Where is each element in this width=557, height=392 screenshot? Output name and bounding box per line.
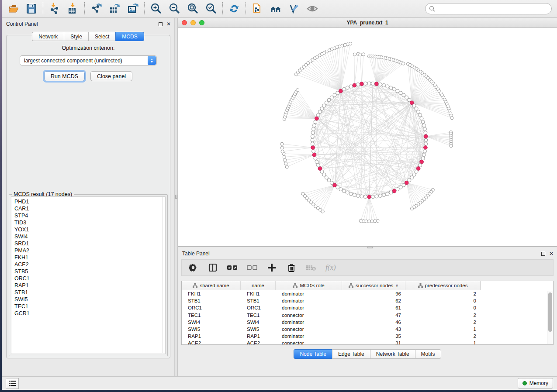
network-node[interactable]: [396, 188, 399, 191]
zoom-in-icon[interactable]: [150, 3, 162, 15]
criterion-dropdown[interactable]: largest connected component (undirected)…: [20, 55, 157, 65]
mcds-result-item[interactable]: SWI4: [14, 233, 165, 240]
network-canvas[interactable]: [178, 28, 557, 246]
network-node[interactable]: [371, 82, 375, 85]
tab-edge-table[interactable]: Edge Table: [332, 349, 370, 359]
table-row[interactable]: SWI5SWI5connector431: [182, 326, 553, 333]
table-scrollbar[interactable]: [547, 291, 553, 344]
mcds-result-item[interactable]: TEC1: [14, 303, 165, 310]
network-node[interactable]: [424, 131, 427, 134]
network-node[interactable]: [402, 93, 405, 97]
network-window-titlebar[interactable]: YPA_prune.txt_1: [178, 18, 557, 28]
network-node[interactable]: [382, 193, 386, 197]
open-session-icon[interactable]: [7, 3, 19, 15]
mcds-hub-node[interactable]: [424, 134, 428, 138]
network-node[interactable]: [356, 194, 360, 198]
network-node[interactable]: [333, 93, 336, 97]
vertical-splitter[interactable]: [174, 18, 178, 376]
network-node[interactable]: [419, 164, 422, 167]
network-node[interactable]: [311, 142, 314, 146]
network-node[interactable]: [421, 120, 425, 124]
mcds-result-item[interactable]: RAP1: [14, 282, 165, 289]
tab-network[interactable]: Network: [32, 32, 64, 41]
network-node[interactable]: [375, 195, 378, 198]
mcds-result-item[interactable]: PMA2: [14, 247, 165, 254]
mcds-result-item[interactable]: CAR1: [14, 205, 165, 212]
table-settings-gear-icon[interactable]: [188, 262, 198, 273]
network-node[interactable]: [402, 183, 405, 187]
tab-mcds[interactable]: MCDS: [115, 32, 144, 41]
network-node[interactable]: [386, 192, 389, 196]
network-node[interactable]: [399, 91, 402, 95]
close-panel-icon[interactable]: ✕: [166, 22, 171, 26]
network-node[interactable]: [382, 83, 386, 87]
export-image-icon[interactable]: [127, 3, 139, 15]
network-node[interactable]: [378, 194, 382, 198]
zoom-fit-icon[interactable]: [187, 3, 199, 15]
network-node[interactable]: [367, 82, 371, 85]
network-node[interactable]: [312, 127, 315, 131]
close-table-panel-icon[interactable]: ✕: [549, 252, 554, 256]
network-node[interactable]: [322, 173, 326, 176]
network-node[interactable]: [327, 98, 331, 102]
mcds-hub-node[interactable]: [353, 83, 356, 87]
network-node[interactable]: [330, 181, 333, 185]
delete-column-icon[interactable]: [286, 262, 297, 273]
network-node[interactable]: [316, 164, 320, 167]
network-node[interactable]: [339, 188, 343, 191]
mcds-result-item[interactable]: STB5: [14, 268, 165, 275]
column-header-predecessor-nodes[interactable]: predecessor nodes: [405, 281, 481, 290]
mcds-hub-node[interactable]: [360, 82, 364, 86]
table-row[interactable]: SWI4SWI4dominator462: [182, 319, 553, 326]
network-node[interactable]: [353, 193, 356, 197]
mcds-hub-node[interactable]: [424, 146, 428, 150]
mcds-result-item[interactable]: FKH1: [14, 254, 165, 261]
mcds-hub-node[interactable]: [375, 82, 379, 86]
network-node[interactable]: [330, 96, 333, 99]
network-from-document-icon[interactable]: [251, 3, 263, 15]
network-node[interactable]: [420, 117, 423, 120]
table-row[interactable]: TEC1TEC1connector472: [182, 312, 553, 319]
import-table-icon[interactable]: [67, 3, 79, 15]
task-history-button[interactable]: [6, 378, 19, 389]
export-table-icon[interactable]: [108, 3, 121, 15]
run-mcds-button[interactable]: Run MCDS: [44, 71, 85, 81]
mcds-result-item[interactable]: YOX1: [14, 226, 165, 233]
mcds-result-item[interactable]: PHD1: [14, 198, 165, 205]
network-node[interactable]: [318, 110, 322, 113]
network-node[interactable]: [360, 195, 363, 198]
network-node[interactable]: [314, 157, 317, 160]
column-header-MCDS-role[interactable]: MCDS role: [276, 281, 342, 290]
float-panel-icon[interactable]: [159, 22, 163, 26]
network-node[interactable]: [364, 195, 367, 199]
network-node[interactable]: [346, 191, 349, 194]
table-row[interactable]: STB1STB1dominator620: [182, 297, 553, 304]
network-node[interactable]: [378, 83, 382, 86]
table-row[interactable]: FKH1FKH1dominator962: [182, 290, 553, 297]
network-node[interactable]: [386, 85, 389, 88]
network-node[interactable]: [371, 195, 375, 199]
mcds-result-item[interactable]: STP4: [14, 212, 165, 219]
export-network-icon[interactable]: [90, 3, 102, 15]
zoom-out-icon[interactable]: [168, 3, 180, 15]
network-node[interactable]: [320, 107, 324, 110]
network-node[interactable]: [316, 113, 320, 117]
table-scrollbar-thumb[interactable]: [548, 292, 552, 332]
network-node[interactable]: [412, 104, 416, 107]
network-node[interactable]: [423, 149, 427, 153]
mcds-hub-node[interactable]: [367, 195, 371, 199]
zoom-selected-icon[interactable]: [205, 3, 217, 15]
tab-node-table[interactable]: Node Table: [294, 349, 332, 359]
splitter-grip[interactable]: [175, 195, 177, 199]
network-node[interactable]: [346, 86, 349, 89]
network-node[interactable]: [399, 186, 402, 189]
mcds-result-item[interactable]: ACE2: [14, 261, 165, 268]
network-node[interactable]: [364, 82, 367, 85]
network-node[interactable]: [311, 135, 314, 138]
memory-button[interactable]: Memory: [518, 378, 553, 389]
network-graph[interactable]: [178, 28, 557, 246]
add-column-icon[interactable]: [266, 262, 277, 273]
column-header-successor-nodes[interactable]: successor nodes∨: [342, 281, 405, 290]
network-node[interactable]: [423, 127, 427, 131]
tab-motifs[interactable]: Motifs: [415, 349, 441, 359]
